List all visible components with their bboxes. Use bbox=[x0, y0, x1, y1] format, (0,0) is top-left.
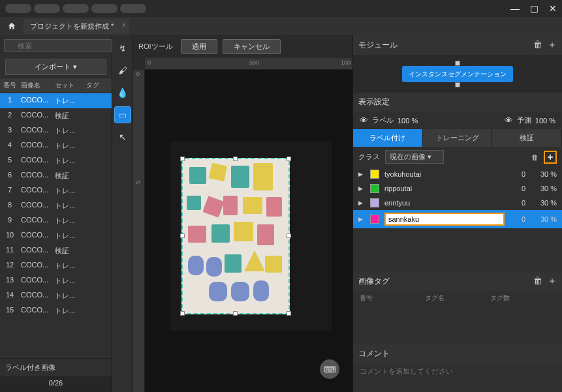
row-number: 6 bbox=[0, 168, 20, 183]
class-name-input[interactable] bbox=[384, 213, 505, 226]
row-set: トレ... bbox=[54, 123, 85, 138]
tab-close-icon[interactable]: × bbox=[122, 22, 126, 29]
table-row[interactable]: 10COCO...トレ... bbox=[0, 228, 112, 243]
add-icon[interactable]: ＋ bbox=[548, 39, 557, 51]
row-name: COCO... bbox=[20, 93, 54, 108]
labeled-images-label: ラベル付き画像 bbox=[0, 358, 112, 376]
class-count: 0 bbox=[510, 199, 525, 207]
search-input[interactable] bbox=[4, 39, 112, 52]
class-color-swatch[interactable] bbox=[370, 170, 379, 179]
table-row[interactable]: 3COCO...トレ... bbox=[0, 123, 112, 138]
row-number: 4 bbox=[0, 138, 20, 153]
row-set: トレ... bbox=[54, 93, 85, 108]
add-class-button[interactable]: ＋ bbox=[544, 151, 557, 164]
class-row[interactable]: ▶enntyuu030 % bbox=[353, 196, 562, 210]
add-icon[interactable]: ＋ bbox=[548, 275, 557, 287]
delete-icon[interactable]: 🗑 bbox=[533, 39, 542, 51]
roi-apply-button[interactable]: 適用 bbox=[181, 39, 217, 54]
ruler-horizontal: 0 500 100 bbox=[145, 58, 352, 70]
class-row[interactable]: ▶tyokuhoutai030 % bbox=[353, 167, 562, 181]
close-icon[interactable]: ✕ bbox=[549, 3, 557, 14]
table-row[interactable]: 12COCO...トレ... bbox=[0, 258, 112, 273]
comment-input[interactable] bbox=[353, 363, 562, 379]
pointer-tool-icon[interactable]: ↖ bbox=[115, 129, 131, 145]
image-tags-header: 画像タグ 🗑 ＋ bbox=[353, 271, 562, 291]
module-node[interactable]: インスタンスセグメンテーション bbox=[402, 66, 513, 82]
module-graph[interactable]: インスタンスセグメンテーション bbox=[353, 55, 562, 93]
col-set[interactable]: セット bbox=[54, 78, 85, 93]
class-color-swatch[interactable] bbox=[370, 184, 379, 193]
roi-selection[interactable] bbox=[181, 158, 290, 314]
table-row[interactable]: 5COCO...トレ... bbox=[0, 153, 112, 168]
import-button[interactable]: インポート ▾ bbox=[5, 59, 106, 75]
table-row[interactable]: 4COCO...トレ... bbox=[0, 138, 112, 153]
pill bbox=[5, 4, 31, 13]
class-name: tyokuhoutai bbox=[384, 170, 505, 178]
eye-icon[interactable]: 👁 bbox=[505, 115, 513, 125]
tags-col-name: タグ名 bbox=[425, 294, 490, 303]
home-icon[interactable] bbox=[5, 20, 18, 33]
viewport[interactable]: ⌨ bbox=[145, 70, 352, 392]
pill bbox=[63, 4, 89, 13]
row-tag bbox=[85, 288, 111, 303]
brush-tool-icon[interactable]: 🖌 bbox=[115, 63, 131, 78]
row-set: トレ... bbox=[54, 153, 85, 168]
roi-cancel-button[interactable]: キャンセル bbox=[223, 39, 281, 54]
image-table-header: 番号 画像名 セット タグ bbox=[0, 78, 112, 93]
tab-verification[interactable]: 検証 bbox=[492, 129, 562, 147]
dropper-tool-icon[interactable]: 💧 bbox=[115, 85, 131, 100]
maximize-icon[interactable]: ▢ bbox=[530, 3, 539, 14]
tab-training[interactable]: トレーニング bbox=[423, 129, 493, 147]
row-tag bbox=[85, 258, 111, 273]
table-row[interactable]: 13COCO...トレ... bbox=[0, 273, 112, 288]
row-set: トレ... bbox=[54, 273, 85, 288]
row-name: COCO... bbox=[20, 138, 54, 153]
row-tag bbox=[85, 123, 111, 138]
pill bbox=[91, 4, 117, 13]
prediction-text: 予測 bbox=[517, 115, 531, 125]
table-row[interactable]: 14COCO...トレ... bbox=[0, 288, 112, 303]
row-number: 2 bbox=[0, 108, 20, 123]
col-number[interactable]: 番号 bbox=[0, 78, 20, 93]
ruler-vertical: 0 5 bbox=[133, 70, 145, 392]
class-row[interactable]: ▶rippoutai030 % bbox=[353, 181, 562, 196]
table-row[interactable]: 2COCO...検証 bbox=[0, 108, 112, 123]
delete-icon[interactable]: 🗑 bbox=[533, 275, 542, 287]
row-number: 14 bbox=[0, 288, 20, 303]
class-scope-select[interactable]: 現在の画像 ▾ bbox=[385, 150, 444, 164]
class-count: 0 bbox=[510, 215, 525, 223]
expand-icon[interactable]: ▶ bbox=[358, 200, 365, 206]
eye-icon[interactable]: 👁 bbox=[360, 115, 368, 125]
polyline-tool-icon[interactable]: ↯ bbox=[115, 40, 131, 56]
class-color-swatch[interactable] bbox=[370, 215, 379, 224]
document-tab-title: プロジェクトを新規作成 * bbox=[30, 22, 114, 30]
rect-select-tool-icon[interactable]: ▭ bbox=[115, 107, 131, 123]
tab-labeling[interactable]: ラベル付け bbox=[353, 129, 423, 147]
class-row[interactable]: ▶030 % bbox=[353, 210, 562, 228]
expand-icon[interactable]: ▶ bbox=[358, 171, 365, 177]
table-row[interactable]: 1COCO...トレ... bbox=[0, 93, 112, 108]
table-row[interactable]: 15COCO...トレ... bbox=[0, 303, 112, 318]
table-row[interactable]: 9COCO...トレ... bbox=[0, 213, 112, 228]
pill bbox=[34, 4, 60, 13]
row-number: 10 bbox=[0, 228, 20, 243]
class-color-swatch[interactable] bbox=[370, 198, 379, 207]
row-set: 検証 bbox=[54, 243, 85, 258]
col-name[interactable]: 画像名 bbox=[20, 78, 54, 93]
image-table-body[interactable]: 1COCO...トレ...2COCO...検証3COCO...トレ...4COC… bbox=[0, 93, 112, 358]
table-row[interactable]: 6COCO...検証 bbox=[0, 168, 112, 183]
col-tag[interactable]: タグ bbox=[85, 78, 111, 93]
labeling-progress: 0/26 bbox=[0, 376, 112, 392]
row-name: COCO... bbox=[20, 288, 54, 303]
table-row[interactable]: 11COCO...検証 bbox=[0, 243, 112, 258]
delete-class-icon[interactable]: 🗑 bbox=[531, 153, 539, 161]
minimize-icon[interactable]: — bbox=[510, 3, 520, 14]
expand-icon[interactable]: ▶ bbox=[358, 185, 365, 192]
document-tab-strip: プロジェクトを新規作成 * × bbox=[0, 17, 562, 35]
expand-icon[interactable]: ▶ bbox=[358, 216, 365, 222]
table-row[interactable]: 8COCO...トレ... bbox=[0, 198, 112, 213]
keyboard-icon[interactable]: ⌨ bbox=[320, 359, 339, 379]
document-tab[interactable]: プロジェクトを新規作成 * × bbox=[23, 19, 129, 34]
tool-strip: ↯ 🖌 💧 ▭ ↖ bbox=[112, 35, 133, 392]
table-row[interactable]: 7COCO...トレ... bbox=[0, 183, 112, 198]
